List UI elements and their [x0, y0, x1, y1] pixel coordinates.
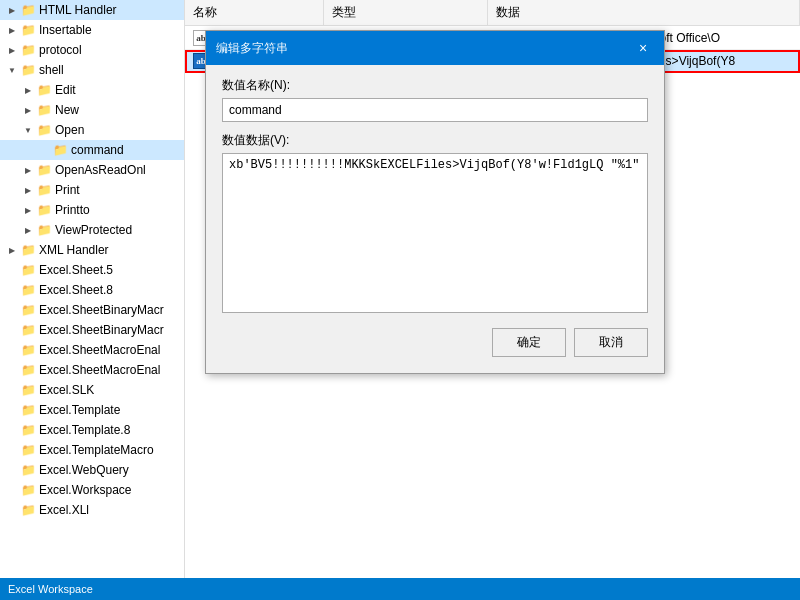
- tree-label-excel-sheetmacroenal2: Excel.SheetMacroEnal: [39, 363, 160, 377]
- tree-item-edit[interactable]: Edit: [0, 80, 184, 100]
- main-area: HTML HandlerInsertableprotocolshellEditN…: [0, 0, 800, 578]
- tree-arrow-viewprotected: [20, 222, 36, 238]
- tree-item-print[interactable]: Print: [0, 180, 184, 200]
- tree-panel: HTML HandlerInsertableprotocolshellEditN…: [0, 0, 185, 578]
- folder-icon-protocol: [20, 42, 36, 58]
- tree-item-shell[interactable]: shell: [0, 60, 184, 80]
- folder-icon-html-handler: [20, 2, 36, 18]
- tree-arrow-openasreadonly: [20, 162, 36, 178]
- tree-item-viewprotected[interactable]: ViewProtected: [0, 220, 184, 240]
- tree-label-openasreadonly: OpenAsReadOnl: [55, 163, 146, 177]
- content-panel: 名称 类型 数据 ab(默认)REG_SZ"C:\Program Files (…: [185, 0, 800, 578]
- tree-item-printto[interactable]: Printto: [0, 200, 184, 220]
- tree-arrow-edit: [20, 82, 36, 98]
- tree-label-open: Open: [55, 123, 84, 137]
- tree-arrow-shell: [4, 62, 20, 78]
- field-data-textarea[interactable]: [222, 153, 648, 313]
- field-name-label: 数值名称(N):: [222, 77, 648, 94]
- tree-item-command[interactable]: command: [0, 140, 184, 160]
- tree-item-excel-sheetmacroenal2[interactable]: Excel.SheetMacroEnal: [0, 360, 184, 380]
- tree-item-excel-xll[interactable]: Excel.XLl: [0, 500, 184, 520]
- dialog-close-button[interactable]: ×: [632, 37, 654, 59]
- tree-item-excel-sheetmacroenal1[interactable]: Excel.SheetMacroEnal: [0, 340, 184, 360]
- folder-icon-excel-sheetmacroenal2: [20, 362, 36, 378]
- folder-icon-excel-template: [20, 402, 36, 418]
- tree-label-excel-xll: Excel.XLl: [39, 503, 89, 517]
- tree-arrow-insertable: [4, 22, 20, 38]
- tree-label-excel-sheetbinarymacro2: Excel.SheetBinaryMacr: [39, 323, 164, 337]
- tree-arrow-print: [20, 182, 36, 198]
- tree-item-open[interactable]: Open: [0, 120, 184, 140]
- tree-item-excel-templatemacro[interactable]: Excel.TemplateMacro: [0, 440, 184, 460]
- tree-arrow-new: [20, 102, 36, 118]
- folder-icon-edit: [36, 82, 52, 98]
- folder-icon-excel-sheetbinarymacro2: [20, 322, 36, 338]
- tree-item-insertable[interactable]: Insertable: [0, 20, 184, 40]
- tree-label-printto: Printto: [55, 203, 90, 217]
- tree-item-html-handler[interactable]: HTML Handler: [0, 0, 184, 20]
- tree-item-protocol[interactable]: protocol: [0, 40, 184, 60]
- tree-item-openasreadonly[interactable]: OpenAsReadOnl: [0, 160, 184, 180]
- tree-arrow-protocol: [4, 42, 20, 58]
- tree-label-excel-sheet5: Excel.Sheet.5: [39, 263, 113, 277]
- folder-icon-openasreadonly: [36, 162, 52, 178]
- dialog-body: 数值名称(N): 数值数据(V): 确定 取消: [206, 65, 664, 373]
- folder-icon-printto: [36, 202, 52, 218]
- tree-item-excel-workspace[interactable]: Excel.Workspace: [0, 480, 184, 500]
- dialog-titlebar: 编辑多字符串 ×: [206, 31, 664, 65]
- tree-item-excel-sheetbinarymacro1[interactable]: Excel.SheetBinaryMacr: [0, 300, 184, 320]
- folder-icon-excel-sheetmacroenal1: [20, 342, 36, 358]
- dialog-buttons: 确定 取消: [222, 328, 648, 357]
- tree-label-viewprotected: ViewProtected: [55, 223, 132, 237]
- folder-icon-command: [52, 142, 68, 158]
- folder-icon-excel-sheetbinarymacro1: [20, 302, 36, 318]
- tree-label-excel-sheetmacroenal1: Excel.SheetMacroEnal: [39, 343, 160, 357]
- tree-item-excel-sheet8[interactable]: Excel.Sheet.8: [0, 280, 184, 300]
- folder-icon-new: [36, 102, 52, 118]
- tree-arrow-printto: [20, 202, 36, 218]
- tree-label-xml-handler: XML Handler: [39, 243, 109, 257]
- folder-icon-excel-templatemacro: [20, 442, 36, 458]
- dialog-overlay: 编辑多字符串 × 数值名称(N): 数值数据(V): 确定 取消: [185, 0, 800, 578]
- tree-label-excel-sheet8: Excel.Sheet.8: [39, 283, 113, 297]
- folder-icon-open: [36, 122, 52, 138]
- tree-label-excel-template8: Excel.Template.8: [39, 423, 130, 437]
- tree-label-command: command: [71, 143, 124, 157]
- tree-label-shell: shell: [39, 63, 64, 77]
- tree-arrow-xml-handler: [4, 242, 20, 258]
- tree-item-excel-sheet5[interactable]: Excel.Sheet.5: [0, 260, 184, 280]
- tree-item-excel-webquery[interactable]: Excel.WebQuery: [0, 460, 184, 480]
- tree-label-excel-workspace: Excel.Workspace: [39, 483, 131, 497]
- tree-item-new[interactable]: New: [0, 100, 184, 120]
- tree-item-excel-sheetbinarymacro2[interactable]: Excel.SheetBinaryMacr: [0, 320, 184, 340]
- ok-button[interactable]: 确定: [492, 328, 566, 357]
- folder-icon-excel-xll: [20, 502, 36, 518]
- tree-item-xml-handler[interactable]: XML Handler: [0, 240, 184, 260]
- folder-icon-xml-handler: [20, 242, 36, 258]
- tree-label-excel-templatemacro: Excel.TemplateMacro: [39, 443, 154, 457]
- tree-label-excel-template: Excel.Template: [39, 403, 120, 417]
- tree-label-excel-slk: Excel.SLK: [39, 383, 94, 397]
- tree-label-new: New: [55, 103, 79, 117]
- tree-label-edit: Edit: [55, 83, 76, 97]
- cancel-button[interactable]: 取消: [574, 328, 648, 357]
- folder-icon-excel-workspace: [20, 482, 36, 498]
- folder-icon-print: [36, 182, 52, 198]
- folder-icon-excel-sheet5: [20, 262, 36, 278]
- folder-icon-excel-template8: [20, 422, 36, 438]
- folder-icon-shell: [20, 62, 36, 78]
- tree-label-insertable: Insertable: [39, 23, 92, 37]
- tree-arrow-html-handler: [4, 2, 20, 18]
- dialog-title: 编辑多字符串: [216, 40, 288, 57]
- field-name-input[interactable]: [222, 98, 648, 122]
- folder-icon-viewprotected: [36, 222, 52, 238]
- status-text: Excel Workspace: [8, 583, 93, 595]
- field-data-label: 数值数据(V):: [222, 132, 648, 149]
- tree-item-excel-slk[interactable]: Excel.SLK: [0, 380, 184, 400]
- tree-item-excel-template8[interactable]: Excel.Template.8: [0, 420, 184, 440]
- tree-arrow-open: [20, 122, 36, 138]
- tree-label-protocol: protocol: [39, 43, 82, 57]
- tree-item-excel-template[interactable]: Excel.Template: [0, 400, 184, 420]
- folder-icon-excel-webquery: [20, 462, 36, 478]
- tree-label-excel-sheetbinarymacro1: Excel.SheetBinaryMacr: [39, 303, 164, 317]
